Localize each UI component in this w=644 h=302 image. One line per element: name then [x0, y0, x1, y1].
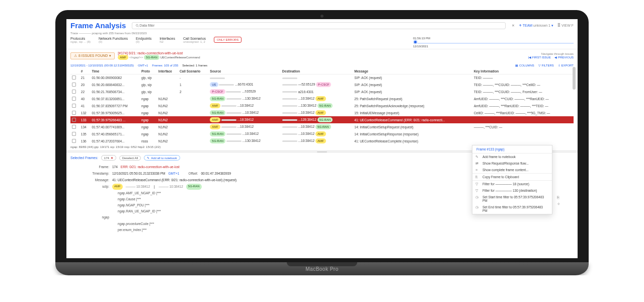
selected-count: Selected: 1 frames [182, 64, 207, 67]
team-link[interactable]: ⚘ TEAM unknown 1 ▾ [519, 24, 553, 28]
table-row[interactable]: 2201:56:21.768506734...gip, sip2P-CSCF .… [70, 88, 574, 95]
search-box[interactable] [132, 22, 506, 29]
column-header[interactable]: Call Scenario [178, 68, 208, 74]
context-menu-item[interactable]: ◷Set End time filter to 05:57:39.9752064… [472, 204, 552, 214]
column-header[interactable]: Time [90, 68, 140, 74]
column-header[interactable] [349, 68, 353, 74]
column-header[interactable]: # [79, 68, 91, 74]
first-issue-link[interactable]: |◀ FIRST ISSUE [528, 56, 551, 59]
row-checkbox[interactable] [72, 76, 76, 80]
table-row[interactable]: 13501:57:40.056665171...ngapN1/N25G-RAN … [70, 130, 574, 137]
table-row[interactable]: 4101:56:37.835097727 PMngapN1/N2AMF ...1… [70, 102, 574, 109]
wand-icon[interactable]: ✕ [512, 24, 515, 28]
search-icon [135, 24, 139, 28]
laptop-chin: MacBook Pro [55, 262, 589, 275]
table-row[interactable]: 2101:56:00.090900082gip, sip- SIP: ACK (… [70, 74, 574, 82]
row-checkbox[interactable] [72, 125, 76, 129]
context-menu-item[interactable]: ▽Filter for ————— 130 (destination) [472, 187, 552, 194]
selected-chip[interactable]: 174 ✕ [101, 155, 116, 161]
timeline-marker[interactable] [413, 40, 418, 44]
svg-line-1 [138, 26, 139, 27]
issues-badge[interactable]: ⚠ 8 ISSUES FOUND ▾ [70, 52, 115, 59]
menu-item-icon: ⇄ [475, 162, 478, 166]
context-menu-header: Frame #133 (ngap) [472, 145, 552, 154]
filters-button[interactable]: ▽ FILTERS [538, 63, 554, 67]
deselect-all-button[interactable]: Deselect All [119, 156, 141, 161]
row-checkbox[interactable] [72, 90, 76, 94]
scrollbar-thumb[interactable] [573, 67, 576, 90]
nav-item[interactable]: Network Functions(0) [99, 37, 128, 43]
tag-5gran: 5G-RAN [144, 55, 159, 60]
row-checkbox[interactable] [72, 83, 76, 87]
context-menu-item[interactable]: ◷Set Start time filter to 05:57:39.97520… [472, 194, 552, 204]
timeline-track[interactable] [418, 43, 574, 44]
tz[interactable]: GMT+1 [138, 64, 148, 67]
detail-tree-ngap: ngap.procedureCode |***per.enum_index |*… [112, 221, 570, 233]
timeline-time: 01:56:13 PM [413, 37, 574, 40]
column-header[interactable]: Key Information [472, 68, 574, 74]
timeline[interactable]: 01:56:13 PM 12/10/2021 [413, 37, 574, 48]
nav-item[interactable]: Call Scenariosunassigned: 1, 2 [183, 37, 206, 43]
menu-item-icon: ▽ [475, 182, 478, 186]
bezel: Frame Analysis ✕ ⚘ TEAM unknown 1 ▾ ≣ VI… [55, 10, 589, 262]
column-header[interactable] [70, 68, 79, 74]
row-checkbox[interactable] [72, 139, 76, 143]
row-checkbox[interactable] [72, 111, 76, 115]
tree-node[interactable]: per.enum_index |*** [118, 227, 570, 233]
columns-button[interactable]: ▦ COLUMNS [515, 63, 534, 67]
table-row[interactable]: 13301:57:39.975266483 ...ngapN1/N2AMF ..… [70, 116, 574, 123]
table-row[interactable]: 4001:56:37.813200851...ngapN1/N25G-RAN .… [70, 95, 574, 102]
context-menu-item[interactable]: ▽Filter for ————— 18 (source) [472, 180, 552, 187]
table-row[interactable]: 13401:57:40.007741809...ngapN1/N2AMF ...… [70, 123, 574, 130]
menu-item-icon: ▽ [475, 189, 478, 193]
prev-issue-link[interactable]: ◀ PREVIOUS [554, 56, 574, 59]
column-header[interactable]: Interface [157, 68, 178, 74]
frames-count: Frames: 103 of 255 [152, 64, 178, 67]
menu-item-icon: ◷ [475, 195, 478, 199]
add-to-notebook-button[interactable]: ✎ Add all to notebook [144, 155, 180, 161]
column-header[interactable]: Message [353, 68, 472, 74]
context-menu-item[interactable]: ≡Show complete frame content... [472, 167, 552, 173]
issue-desc: [#174] 0/21: radio-connection-with-ue-lo… [118, 51, 522, 55]
nav-item[interactable]: InterfacesN2 [159, 37, 175, 43]
date-range[interactable]: 12/10/2021 - 12/10/2021 (00:00:12.510450… [70, 64, 134, 67]
timeline-date: 12/10/2021 [413, 45, 574, 48]
sparkle-icon[interactable]: ✧ [557, 202, 560, 206]
context-menu: Frame #133 (ngap) ✎Add frame to notebook… [472, 145, 552, 214]
column-header[interactable]: Destination [281, 68, 349, 74]
column-header[interactable]: Proto [140, 68, 157, 74]
row-checkbox[interactable] [72, 118, 76, 122]
copy-icon[interactable]: ⎘ [557, 195, 560, 200]
tag-amf: AMF [118, 55, 128, 60]
column-header[interactable]: Source [208, 68, 277, 74]
table-row[interactable]: 13201:57:39.975005625...ngapN1/N25G-RAN … [70, 109, 574, 116]
scrollbar[interactable] [573, 67, 576, 238]
frames-table-wrap: #TimeProtoInterfaceCall ScenarioSourceDe… [66, 68, 578, 144]
filter-bar: 12/10/2021 - 12/10/2021 (00:00:12.510450… [66, 62, 578, 68]
nav-item[interactable]: Protocolsngap, sip ... (8) [70, 37, 91, 43]
row-checkbox[interactable] [72, 104, 76, 108]
only-errors-button[interactable]: ONLY ERRORS [214, 37, 242, 43]
nav-item[interactable]: Endpoints(0) [136, 37, 151, 43]
search-input[interactable] [139, 24, 502, 27]
issues-banner: ⚠ 8 ISSUES FOUND ▾ [#174] 0/21: radio-co… [66, 49, 578, 62]
export-button[interactable]: ⇩ EXPORT [558, 63, 574, 67]
view-button[interactable]: ≣ VIEW F [557, 24, 574, 28]
column-header[interactable] [277, 68, 281, 74]
row-checkbox[interactable] [72, 97, 76, 101]
menu-item-icon: ⎘ [475, 175, 477, 179]
row-checkbox[interactable] [72, 132, 76, 136]
context-menu-item[interactable]: ✎Add frame to notebook [472, 154, 552, 160]
header: Frame Analysis ✕ ⚘ TEAM unknown 1 ▾ ≣ VI… [66, 19, 578, 32]
menu-item-icon: ≡ [475, 168, 477, 172]
context-menu-item[interactable]: ⎘Copy Frame to Clipboard [472, 173, 552, 180]
header-tools: ✕ ⚘ TEAM unknown 1 ▾ ≣ VIEW F [512, 24, 574, 28]
context-menu-item[interactable]: ⇄Show Request/Response flow... [472, 160, 552, 167]
tree-node[interactable]: ngap.procedureCode |*** [118, 221, 570, 227]
menu-item-icon: ✎ [475, 155, 478, 159]
camera-dot [320, 15, 324, 18]
table-row[interactable]: 13601:57:40.272037604...nsssN1/N25G-RAN … [70, 137, 574, 144]
table-row[interactable]: 2001:56:20.680640832...gip, sip1UE ...66… [70, 81, 574, 88]
remove-icon[interactable]: ✕ [111, 156, 113, 160]
issue-pills: AMF </ngap/>> 5G-RAN UEContextReleaseCom… [118, 55, 522, 60]
